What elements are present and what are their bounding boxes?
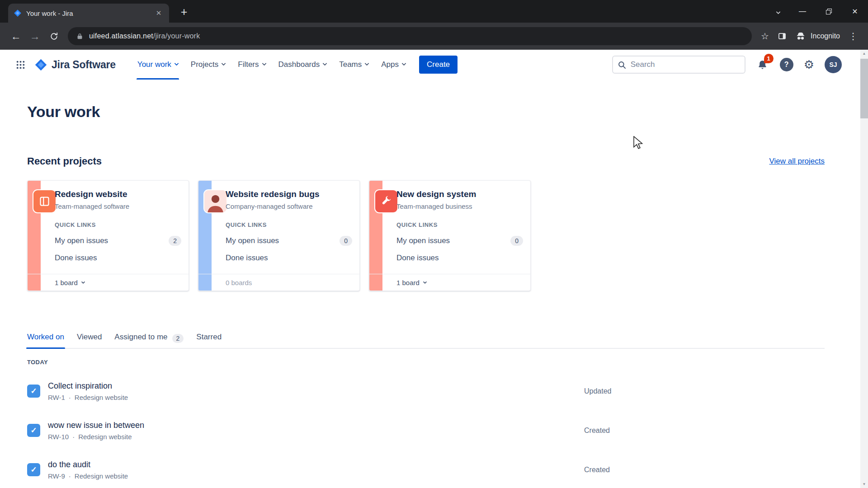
work-item-text: do the audit RW-9 · Redesign website [48,460,128,480]
chevron-down-icon [222,61,226,66]
boards-dropdown[interactable]: 1 board [369,274,530,291]
tab-label: Viewed [77,333,102,342]
link-label: Done issues [55,253,97,263]
my-open-issues-link[interactable]: My open issues 2 [55,236,181,246]
nav-label: Teams [339,60,362,69]
done-issues-link[interactable]: Done issues [226,253,352,263]
nav-label: Filters [238,60,259,69]
settings-gear-icon[interactable]: ⚙ [804,59,814,70]
app-switcher-icon[interactable] [12,56,29,73]
work-item-text: wow new issue in between RW-10 · Redesig… [48,421,144,441]
tab-close-icon[interactable]: ✕ [154,8,164,18]
forward-button[interactable]: → [25,27,44,46]
boards-label: 1 board [55,279,78,286]
create-button[interactable]: Create [419,56,458,74]
tab-worked-on[interactable]: Worked on [27,326,71,348]
work-item-row[interactable]: ✓ do the audit RW-9 · Redesign website C… [27,450,825,488]
header-right: 1 ? ⚙ SJ [612,56,842,74]
chevron-down-icon [402,61,406,66]
work-item-subtitle: RW-10 · Redesign website [48,433,144,441]
chevron-down-icon [262,61,266,66]
project-name: Redesign website [75,472,128,480]
link-label: My open issues [396,236,450,245]
boards-label: 1 board [396,279,420,286]
window-controls: — ✕ [789,0,868,23]
scroll-down-arrow[interactable]: ▼ [860,480,868,488]
work-tabs: Worked on Viewed Assigned to me2 Starred [27,326,825,349]
my-open-issues-link[interactable]: My open issues 0 [226,236,352,246]
scroll-up-arrow[interactable]: ▲ [860,50,868,57]
incognito-label: Incognito [811,32,840,40]
restore-button[interactable] [816,0,842,23]
tab-assigned-to-me[interactable]: Assigned to me2 [108,326,190,348]
tab-search-button[interactable] [772,7,784,16]
tab-label: Starred [196,333,222,342]
card-body: Website redesign bugs Company-managed so… [226,189,352,263]
my-open-issues-link[interactable]: My open issues 0 [396,236,523,246]
notifications-button[interactable]: 1 [756,58,769,71]
issue-key: RW-9 [48,472,65,480]
project-card-redesign-website[interactable]: Redesign website Team-managed software Q… [27,180,189,291]
search-input[interactable] [630,60,740,70]
browser-menu-kebab-icon[interactable]: ⋮ [844,28,862,45]
work-item-title[interactable]: do the audit [48,460,128,469]
done-issues-link[interactable]: Done issues [396,253,523,263]
chevron-down-icon [174,61,179,66]
work-item-title[interactable]: wow new issue in between [48,421,144,430]
bookmark-star-icon[interactable]: ☆ [756,28,774,45]
jira-header: Jira Software Your work Projects Filters… [0,50,868,80]
assigned-count-badge: 2 [172,334,184,343]
nav-label: Your work [137,60,171,69]
jira-logo[interactable]: Jira Software [31,58,119,71]
boards-dropdown[interactable]: 1 board [28,274,189,291]
nav-filters[interactable]: Filters [231,50,272,80]
today-section-label: TODAY [27,359,48,366]
chevron-down-icon [776,9,780,14]
search-box[interactable] [612,56,745,74]
chevron-down-icon [365,61,369,66]
nav-teams[interactable]: Teams [333,50,375,80]
project-card-website-redesign-bugs[interactable]: Website redesign bugs Company-managed so… [198,180,360,291]
reload-button[interactable] [44,27,63,46]
url-host: uifeed.atlassian.net [89,32,153,40]
project-card-new-design-system[interactable]: New design system Team-managed business … [369,180,531,291]
scrollbar-thumb[interactable] [860,59,868,118]
work-item-title[interactable]: Collect inspiration [48,381,128,391]
work-item-row[interactable]: ✓ wow new issue in between RW-10 · Redes… [27,411,825,450]
tab-viewed[interactable]: Viewed [71,326,108,348]
project-name: Redesign website [78,433,132,441]
url-bar[interactable]: uifeed.atlassian.net/jira/your-work [68,27,752,45]
work-item-subtitle: RW-1 · Redesign website [48,394,128,401]
user-avatar[interactable]: SJ [825,56,842,73]
dot-separator: · [72,433,75,441]
side-panel-icon[interactable] [774,28,791,45]
page-title: Your work [27,103,100,121]
url-path: /jira/your-work [153,32,200,40]
browser-tab[interactable]: Your work - Jira ✕ [8,4,169,23]
project-avatar-icon [204,190,226,212]
work-item-row[interactable]: ✓ Collect inspiration RW-1 · Redesign we… [27,371,825,411]
nav-label: Dashboards [278,60,320,69]
close-window-button[interactable]: ✕ [842,0,868,23]
main-nav: Your work Projects Filters Dashboards Te… [131,50,412,80]
nav-your-work[interactable]: Your work [131,50,184,80]
back-button[interactable]: ← [6,27,25,46]
minimize-button[interactable]: — [789,0,816,23]
nav-projects[interactable]: Projects [184,50,231,80]
tab-label: Worked on [27,333,64,342]
work-item-action: Updated [584,387,612,395]
tab-starred[interactable]: Starred [190,326,228,348]
new-tab-button[interactable]: + [177,5,191,19]
dot-separator: · [69,394,71,401]
done-issues-link[interactable]: Done issues [55,253,181,263]
lock-icon [76,33,84,40]
page-scrollbar[interactable]: ▲ ▼ [860,50,868,488]
help-button[interactable]: ? [780,58,793,71]
view-all-projects-link[interactable]: View all projects [769,157,825,166]
incognito-chip[interactable]: Incognito [795,31,840,42]
nav-dashboards[interactable]: Dashboards [272,50,333,80]
jira-favicon-icon [14,9,22,17]
quick-links-label: QUICK LINKS [396,221,523,228]
nav-apps[interactable]: Apps [375,50,412,80]
work-list: ✓ Collect inspiration RW-1 · Redesign we… [27,371,825,488]
